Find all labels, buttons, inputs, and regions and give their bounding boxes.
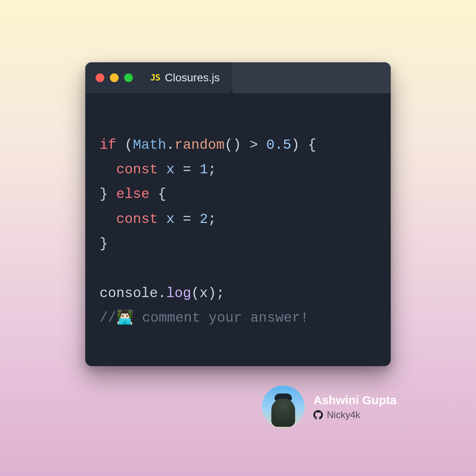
js-file-icon: JS [150,73,160,83]
token-random: random [175,137,225,153]
author-text: Ashwini Gupta Nicky4k [313,393,397,420]
author-handle: Nicky4k [327,409,360,420]
token-const: const [116,162,158,178]
code-window: JS Closures.js if (Math.random() > 0.5) … [85,62,391,366]
github-icon [313,410,323,420]
token-num: 0.5 [266,137,291,153]
token-console: console [100,286,158,301]
minimize-icon[interactable] [110,73,119,82]
token-math: Math [133,137,166,153]
avatar [262,386,305,428]
token-var-x: x [166,162,175,178]
code-content: if (Math.random() > 0.5) { const x = 1; … [85,93,391,366]
author-attribution: Ashwini Gupta Nicky4k [262,386,397,428]
author-name: Ashwini Gupta [313,393,397,407]
token-log: log [166,286,191,301]
maximize-icon[interactable] [124,73,133,82]
tab-title: Closures.js [165,71,220,84]
traffic-lights [85,62,142,93]
author-handle-row: Nicky4k [313,409,397,420]
token-comment: //👨🏻‍💻 comment your answer! [100,310,309,326]
close-icon[interactable] [96,73,104,82]
token-else: else [116,186,150,202]
tab-closures[interactable]: JS Closures.js [142,62,232,93]
token-if: if [100,137,116,153]
title-bar-spacer [232,62,391,93]
window-title-bar: JS Closures.js [85,62,391,93]
